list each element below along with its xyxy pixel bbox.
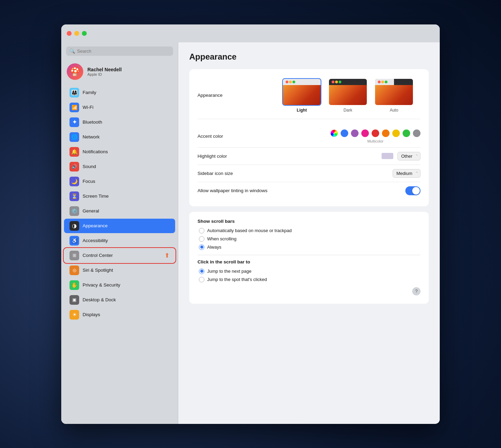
traffic-lights bbox=[67, 31, 87, 36]
highlight-select-wrapper[interactable]: Other bbox=[397, 152, 420, 160]
accent-multicolor[interactable] bbox=[330, 129, 338, 137]
appearance-card: Appearance Light bbox=[189, 69, 429, 206]
sidebar-item-label: Privacy & Security bbox=[83, 282, 120, 288]
accent-blue[interactable] bbox=[341, 129, 348, 137]
accessibility-icon: ♿ bbox=[70, 236, 79, 246]
general-icon: ⚙️ bbox=[70, 206, 79, 216]
sidebar-icon-size-row: Sidebar icon size Medium Small Large bbox=[198, 165, 420, 182]
sidebar-item-focus[interactable]: 🌙 Focus bbox=[64, 174, 175, 189]
sidebar-item-screentime[interactable]: ⏳ Screen Time bbox=[64, 189, 175, 204]
search-input[interactable] bbox=[77, 49, 170, 54]
wallpaper-tinting-row: Allow wallpaper tinting in windows bbox=[198, 182, 420, 199]
accent-color-controls: Multicolor bbox=[330, 129, 420, 143]
screentime-icon: ⏳ bbox=[70, 191, 79, 201]
click-spot-radio[interactable] bbox=[199, 277, 204, 282]
sidebar-item-controlcenter[interactable]: ⊞ Control Center ⬆ bbox=[64, 248, 175, 263]
sidebar-item-label: Sound bbox=[83, 164, 96, 169]
accent-yellow[interactable] bbox=[392, 129, 400, 137]
sidebar-item-label: Desktop & Dock bbox=[83, 297, 116, 302]
sidebar-item-bluetooth[interactable]: ✦ Bluetooth bbox=[64, 115, 175, 129]
accent-green[interactable] bbox=[403, 129, 410, 137]
light-thumbnail[interactable] bbox=[282, 78, 321, 106]
click-next-page-radio[interactable] bbox=[199, 269, 204, 274]
sidebar-item-appearance[interactable]: ◑ Appearance bbox=[64, 219, 175, 233]
sidebar-item-network[interactable]: 🌐 Network bbox=[64, 130, 175, 144]
search-icon: 🔍 bbox=[70, 49, 75, 54]
accent-orange[interactable] bbox=[382, 129, 390, 137]
sidebar-item-label: Notifications bbox=[83, 149, 108, 154]
sidebar-item-sound[interactable]: 🔊 Sound bbox=[64, 159, 175, 174]
sidebar-item-family[interactable]: 👨‍👩‍👧 Family bbox=[64, 85, 175, 100]
click-spot-option[interactable]: Jump to the spot that's clicked bbox=[199, 277, 420, 282]
sidebar-item-accessibility[interactable]: ♿ Accessibility bbox=[64, 233, 175, 248]
sidebar-size-select-wrapper[interactable]: Medium Small Large bbox=[393, 169, 420, 178]
privacy-icon: ✋ bbox=[70, 280, 79, 290]
page-title: Appearance bbox=[189, 52, 429, 62]
appearance-option-light[interactable]: Light bbox=[282, 78, 321, 113]
sidebar-item-displays[interactable]: ☀ Displays bbox=[64, 308, 175, 322]
siri-icon: ◎ bbox=[70, 265, 79, 275]
sidebar-scroll[interactable]: 🍄 Rachel Needell Apple ID 👨‍👩‍👧 Family 📶… bbox=[61, 60, 178, 424]
auto-dark-half bbox=[394, 79, 413, 85]
appearance-option-auto[interactable]: Auto bbox=[374, 78, 414, 113]
maximize-button[interactable] bbox=[82, 31, 87, 36]
accent-red[interactable] bbox=[372, 129, 379, 137]
accent-color-row: Accent color bbox=[198, 125, 420, 148]
scroll-always-radio[interactable] bbox=[199, 244, 204, 250]
scroll-scrolling-radio[interactable] bbox=[199, 236, 204, 242]
sidebar-item-label: Network bbox=[83, 134, 100, 139]
scroll-auto-label: Automatically based on mouse or trackpad bbox=[207, 228, 292, 233]
accent-pink[interactable] bbox=[361, 129, 369, 137]
sidebar-icon-size-label: Sidebar icon size bbox=[198, 171, 266, 176]
wallpaper-tinting-toggle[interactable] bbox=[405, 186, 420, 195]
appearance-label: Appearance bbox=[198, 93, 266, 98]
controlcenter-icon: ⊞ bbox=[70, 251, 79, 260]
user-name: Rachel Needell bbox=[87, 67, 122, 72]
sidebar-item-label: Wi-Fi bbox=[83, 105, 93, 110]
sidebar-icon-size-select[interactable]: Medium Small Large bbox=[393, 169, 420, 178]
scroll-scrolling-option[interactable]: When scrolling bbox=[199, 236, 420, 242]
scroll-auto-option[interactable]: Automatically based on mouse or trackpad bbox=[199, 228, 420, 233]
dark-thumbnail[interactable] bbox=[328, 78, 367, 106]
sidebar-item-desktop[interactable]: ▣ Desktop & Dock bbox=[64, 293, 175, 307]
wifi-icon: 📶 bbox=[70, 103, 79, 112]
sidebar-item-notifications[interactable]: 🔔 Notifications bbox=[64, 145, 175, 159]
help-container: ? bbox=[198, 287, 420, 297]
sidebar-item-general[interactable]: ⚙️ General bbox=[64, 204, 175, 218]
user-info: Rachel Needell Apple ID bbox=[87, 67, 122, 76]
click-scroll-section: Click in the scroll bar to Jump to the n… bbox=[198, 259, 420, 282]
accent-purple[interactable] bbox=[351, 129, 359, 137]
scroll-auto-radio[interactable] bbox=[199, 228, 204, 233]
help-button[interactable]: ? bbox=[412, 287, 420, 295]
click-next-page-option[interactable]: Jump to the next page bbox=[199, 269, 420, 274]
search-bar[interactable]: 🔍 bbox=[66, 46, 173, 56]
scroll-always-option[interactable]: Always bbox=[199, 244, 420, 250]
sidebar-item-privacy[interactable]: ✋ Privacy & Security bbox=[64, 278, 175, 292]
dark-preview bbox=[329, 79, 367, 105]
sidebar: 🔍 🍄 Rachel Needell Apple ID 👨‍👩‍👧 bbox=[61, 42, 178, 424]
appearance-mode-row: Appearance Light bbox=[198, 76, 420, 119]
user-subtitle: Apple ID bbox=[87, 72, 122, 76]
window-body: 🔍 🍄 Rachel Needell Apple ID 👨‍👩‍👧 bbox=[61, 42, 440, 424]
dark-label: Dark bbox=[343, 108, 352, 113]
highlight-preview bbox=[382, 153, 393, 159]
light-preview bbox=[283, 79, 321, 105]
user-profile[interactable]: 🍄 Rachel Needell Apple ID bbox=[61, 60, 178, 83]
sidebar-item-wifi[interactable]: 📶 Wi-Fi bbox=[64, 100, 175, 115]
accent-graphite[interactable] bbox=[413, 129, 420, 137]
sidebar-item-label: Accessibility bbox=[83, 238, 108, 243]
highlight-select[interactable]: Other bbox=[397, 152, 420, 160]
sidebar-item-siri[interactable]: ◎ Siri & Spotlight bbox=[64, 263, 175, 278]
auto-label: Auto bbox=[390, 108, 398, 113]
minimize-button[interactable] bbox=[74, 31, 79, 36]
sidebar-item-label: Appearance bbox=[83, 223, 108, 228]
main-content: Appearance Appearance Light bbox=[178, 42, 440, 424]
titlebar bbox=[61, 24, 440, 42]
click-next-page-label: Jump to the next page bbox=[207, 269, 252, 274]
wallpaper-tinting-label: Allow wallpaper tinting in windows bbox=[198, 188, 267, 193]
auto-thumbnail[interactable] bbox=[374, 78, 414, 106]
light-label: Light bbox=[297, 108, 307, 113]
appearance-option-dark[interactable]: Dark bbox=[328, 78, 367, 113]
system-preferences-window: 🔍 🍄 Rachel Needell Apple ID 👨‍👩‍👧 bbox=[61, 24, 440, 424]
close-button[interactable] bbox=[67, 31, 72, 36]
